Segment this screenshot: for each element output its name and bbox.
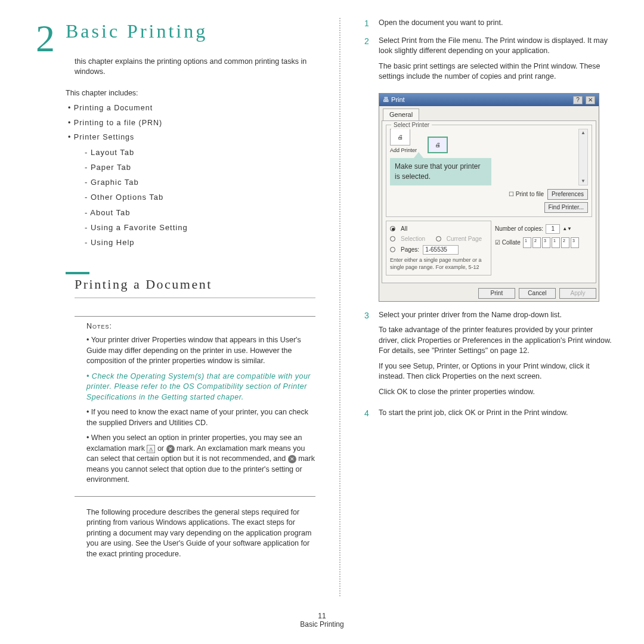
select-printer-label: Select Printer: [391, 121, 432, 129]
toc-subitem: Other Options Tab: [85, 192, 315, 203]
step-text: Select your printer driver from the Name…: [379, 310, 614, 321]
chapter-title: Basic Printing: [66, 18, 315, 45]
includes-label: This chapter includes:: [66, 88, 315, 99]
step-text: To take advantage of the printer feature…: [379, 325, 614, 357]
step-text: Open the document you want to print.: [379, 18, 614, 30]
step-text: Select Print from the File menu. The Pri…: [379, 36, 614, 57]
chapter-intro: this chapter explains the printing optio…: [75, 57, 315, 78]
find-printer-button[interactable]: Find Printer...: [544, 202, 588, 213]
chapter-number: 2: [36, 12, 55, 66]
toc-item: Printing a Document: [68, 103, 315, 114]
tab-general[interactable]: General: [383, 109, 419, 120]
step-text: Click OK to close the printer properties…: [379, 387, 614, 398]
notes-list: Your printer driver Properties window th…: [86, 335, 315, 485]
step-number: 3: [364, 310, 373, 402]
note-item: When you select an option in printer pro…: [86, 433, 315, 485]
step-number: 4: [364, 408, 373, 420]
radio-all[interactable]: [390, 226, 395, 231]
section-title: Printing a Document: [75, 275, 315, 298]
radio-selection[interactable]: [390, 236, 395, 242]
toc-subitem: Graphic Tab: [85, 177, 315, 188]
step-number: 1: [364, 18, 373, 30]
collate-checkbox[interactable]: ☑ Collate: [495, 239, 521, 247]
apply-button[interactable]: Apply: [559, 288, 596, 299]
notes-divider: [75, 316, 315, 317]
radio-current-page[interactable]: [436, 236, 441, 242]
dialog-titlebar: 🖶 Print ? ✕: [379, 94, 599, 106]
note-item: Your printer driver Properties window th…: [86, 335, 315, 367]
pages-input[interactable]: 1-65535: [423, 245, 459, 255]
notes-divider: [75, 496, 315, 497]
toc-item: Printer Settings: [68, 132, 315, 143]
note-item-compat: Check the Operating System(s) that are c…: [86, 371, 315, 403]
pages-hint: Enter either a single page number or a s…: [390, 256, 487, 271]
print-button[interactable]: Print: [478, 288, 515, 299]
add-printer-button[interactable]: 🖨 Add Printer: [390, 129, 417, 154]
copies-input[interactable]: 1: [546, 224, 560, 234]
collate-icon: 123 123: [523, 237, 579, 248]
toc-subitem: Layout Tab: [85, 147, 315, 158]
preferences-button[interactable]: Preferences: [547, 189, 588, 200]
blocked-icon: ✕: [166, 445, 175, 453]
step-text: If you see Setup, Printer, or Options in…: [379, 361, 614, 382]
toc-subitem: Paper Tab: [85, 162, 315, 173]
selected-printer-icon[interactable]: 🖨: [428, 137, 448, 154]
dialog-title: Print: [391, 96, 405, 103]
blocked-icon: ✕: [288, 455, 296, 463]
radio-pages[interactable]: [390, 247, 395, 252]
scrollbar[interactable]: ▲▼: [578, 129, 588, 185]
step-text: To start the print job, click OK or Prin…: [379, 408, 614, 420]
page-number: 11: [0, 612, 644, 620]
copies-label: Number of copies:: [495, 225, 543, 233]
notes-label: Notes:: [86, 321, 315, 332]
section-rule: [66, 272, 89, 274]
close-button[interactable]: ✕: [586, 96, 595, 104]
selection-callout: Make sure that your printer is selected.: [390, 158, 491, 185]
toc-subitem: Using Help: [85, 237, 315, 248]
cancel-button[interactable]: Cancel: [519, 288, 556, 299]
print-to-file-checkbox[interactable]: ☐ Print to file: [509, 191, 544, 197]
warning-icon: ⚠: [147, 445, 155, 453]
footer-title: Basic Printing: [0, 620, 644, 628]
toc-item: Printing to a file (PRN): [68, 118, 315, 129]
toc-list: Printing a Document Printing to a file (…: [68, 103, 315, 248]
column-divider: [339, 18, 340, 596]
toc-subitem: About Tab: [85, 208, 315, 218]
step-text: The basic print settings are selected wi…: [379, 61, 614, 82]
step-number: 2: [364, 36, 373, 87]
print-dialog: 🖶 Print ? ✕ General Select Printer 🖨: [379, 93, 599, 302]
procedure-intro: The following procedure describes the ge…: [86, 507, 315, 560]
note-item: If you need to know the exact name of yo…: [86, 407, 315, 428]
help-button[interactable]: ?: [573, 96, 583, 104]
toc-subitem: Using a Favorite Setting: [85, 222, 315, 233]
